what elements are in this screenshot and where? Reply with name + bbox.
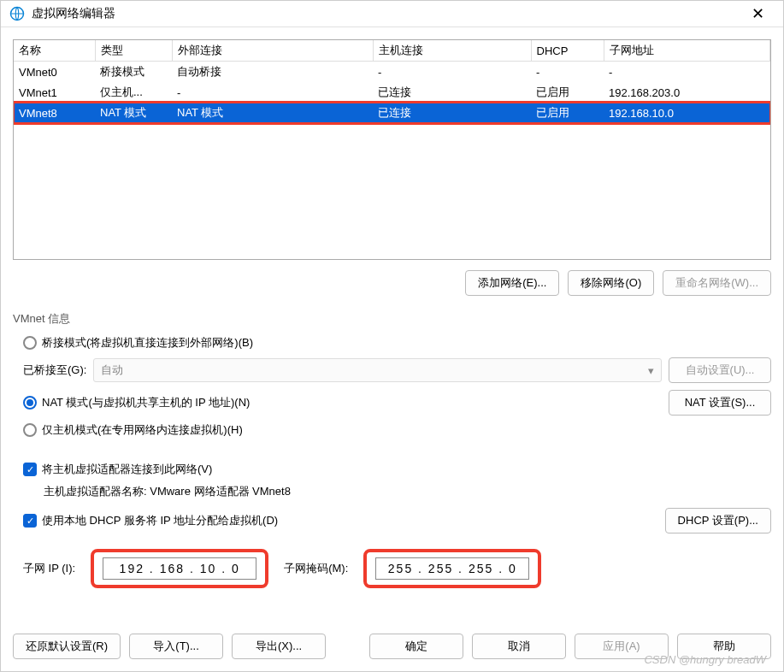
col-host[interactable]: 主机连接 — [373, 40, 531, 62]
vmnet-info-section: VMnet 信息 桥接模式(将虚拟机直接连接到外部网络)(B) 已桥接至(G):… — [13, 311, 771, 593]
table-row[interactable]: VMnet0 桥接模式 自动桥接 - - - — [14, 62, 770, 83]
dhcp-checkbox-row[interactable]: 使用本地 DHCP 服务将 IP 地址分配给虚拟机(D) DHCP 设置(P).… — [23, 508, 771, 533]
col-dhcp[interactable]: DHCP — [531, 40, 604, 62]
dhcp-settings-button[interactable]: DHCP 设置(P)... — [665, 508, 771, 533]
help-button[interactable]: 帮助 — [677, 634, 771, 659]
col-name[interactable]: 名称 — [14, 40, 95, 62]
close-icon[interactable]: ✕ — [740, 6, 775, 21]
nat-settings-button[interactable]: NAT 设置(S)... — [669, 390, 771, 416]
adapter-name-label: 主机虚拟适配器名称: VMware 网络适配器 VMnet8 — [44, 484, 771, 499]
dhcp-label: 使用本地 DHCP 服务将 IP 地址分配给虚拟机(D) — [42, 513, 278, 528]
subnet-row: 子网 IP (I): 192 . 168 . 10 . 0 子网掩码(M): 2… — [23, 549, 771, 588]
radio-bridge[interactable] — [23, 336, 37, 350]
subnet-mask-highlight: 255 . 255 . 255 . 0 — [363, 549, 541, 588]
col-type[interactable]: 类型 — [95, 40, 172, 62]
subnet-ip-input[interactable]: 192 . 168 . 10 . 0 — [103, 557, 256, 580]
col-subnet[interactable]: 子网地址 — [604, 40, 770, 62]
network-table[interactable]: 名称 类型 外部连接 主机连接 DHCP 子网地址 VMnet0 桥接模式 自动… — [13, 39, 771, 260]
apply-button: 应用(A) — [575, 634, 669, 659]
nat-mode-label: NAT 模式(与虚拟机共享主机的 IP 地址)(N) — [42, 395, 250, 410]
subnet-ip-label: 子网 IP (I): — [23, 561, 75, 576]
table-row[interactable]: VMnet1 仅主机... - 已连接 已启用 192.168.203.0 — [14, 82, 770, 103]
footer: 还原默认设置(R) 导入(T)... 导出(X)... 确定 取消 应用(A) … — [1, 625, 783, 671]
export-button[interactable]: 导出(X)... — [232, 634, 326, 659]
rename-network-button: 重命名网络(W)... — [663, 270, 771, 296]
radio-nat[interactable] — [23, 396, 37, 410]
remove-network-button[interactable]: 移除网络(O) — [568, 270, 654, 296]
subnet-ip-highlight: 192 . 168 . 10 . 0 — [91, 549, 268, 588]
connect-host-checkbox-row[interactable]: 将主机虚拟适配器连接到此网络(V) — [23, 462, 771, 477]
table-header-row: 名称 类型 外部连接 主机连接 DHCP 子网地址 — [14, 40, 770, 62]
ok-button[interactable]: 确定 — [369, 634, 463, 659]
radio-hostonly[interactable] — [23, 423, 37, 437]
checkbox-dhcp[interactable] — [23, 514, 37, 528]
checkbox-connect-host[interactable] — [23, 463, 37, 476]
auto-settings-button: 自动设置(U)... — [669, 357, 771, 383]
network-actions: 添加网络(E)... 移除网络(O) 重命名网络(W)... — [13, 270, 771, 296]
add-network-button[interactable]: 添加网络(E)... — [465, 270, 559, 296]
bridged-to-row: 已桥接至(G): 自动 ▾ 自动设置(U)... — [23, 357, 771, 383]
subnet-mask-input[interactable]: 255 . 255 . 255 . 0 — [375, 557, 529, 580]
subnet-mask-label: 子网掩码(M): — [284, 561, 348, 576]
connect-host-label: 将主机虚拟适配器连接到此网络(V) — [42, 462, 212, 477]
import-button[interactable]: 导入(T)... — [129, 634, 223, 659]
hostonly-mode-label: 仅主机模式(在专用网络内连接虚拟机)(H) — [42, 422, 243, 438]
window-title: 虚拟网络编辑器 — [32, 6, 740, 21]
cancel-button[interactable]: 取消 — [472, 634, 566, 659]
bridged-to-label: 已桥接至(G): — [23, 363, 86, 378]
hostonly-mode-radio-row[interactable]: 仅主机模式(在专用网络内连接虚拟机)(H) — [23, 422, 771, 438]
titlebar: 虚拟网络编辑器 ✕ — [1, 1, 783, 27]
chevron-down-icon: ▾ — [648, 364, 654, 377]
nat-mode-radio-row[interactable]: NAT 模式(与虚拟机共享主机的 IP 地址)(N) NAT 设置(S)... — [23, 390, 771, 416]
section-title: VMnet 信息 — [13, 311, 771, 327]
bridged-to-select: 自动 ▾ — [93, 358, 662, 382]
content: 名称 类型 外部连接 主机连接 DHCP 子网地址 VMnet0 桥接模式 自动… — [1, 27, 783, 625]
col-external[interactable]: 外部连接 — [172, 40, 373, 62]
restore-defaults-button[interactable]: 还原默认设置(R) — [13, 634, 121, 659]
bridge-mode-radio-row[interactable]: 桥接模式(将虚拟机直接连接到外部网络)(B) — [23, 335, 771, 351]
virtual-network-editor-window: 虚拟网络编辑器 ✕ 名称 类型 外部连接 主机连接 DHCP 子网地址 — [0, 0, 784, 672]
bridge-mode-label: 桥接模式(将虚拟机直接连接到外部网络)(B) — [42, 335, 253, 351]
globe-icon — [9, 6, 25, 21]
table-row-selected[interactable]: VMnet8 NAT 模式 NAT 模式 已连接 已启用 192.168.10.… — [14, 103, 770, 123]
